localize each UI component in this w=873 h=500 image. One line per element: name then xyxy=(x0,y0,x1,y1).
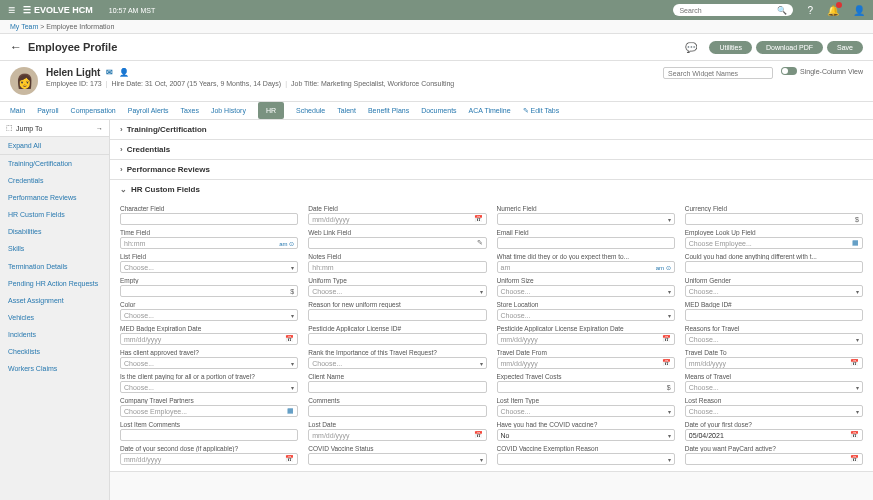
section-credentials[interactable]: ›Credentials xyxy=(110,140,873,159)
field-input[interactable]: ▾ xyxy=(497,453,675,465)
utilities-button[interactable]: Utilities xyxy=(709,41,752,54)
field-input[interactable]: Choose...▾ xyxy=(120,357,298,369)
field-input[interactable]: Choose...▾ xyxy=(120,309,298,321)
field-input[interactable]: ▾ xyxy=(497,213,675,225)
field-input[interactable]: mm/dd/yyyy📅 xyxy=(308,213,486,225)
tab-main[interactable]: Main xyxy=(10,102,25,119)
field-input[interactable] xyxy=(120,213,298,225)
field-input[interactable]: amam ⊙ xyxy=(497,261,675,273)
field-label: What time did they or do you expect them… xyxy=(497,253,675,260)
user-avatar-icon[interactable]: 👤 xyxy=(853,5,865,16)
section-training[interactable]: ›Training/Certification xyxy=(110,120,873,139)
field-label: Means of Travel xyxy=(685,373,863,380)
field-input[interactable]: Choose Employee...▦ xyxy=(685,237,863,249)
tab-schedule[interactable]: Schedule xyxy=(296,102,325,119)
field-input[interactable]: Choose...▾ xyxy=(308,357,486,369)
breadcrumb-team[interactable]: My Team xyxy=(10,23,38,30)
single-column-toggle[interactable]: Single-Column View xyxy=(781,67,863,75)
field-input[interactable] xyxy=(308,381,486,393)
field-input[interactable]: $ xyxy=(497,381,675,393)
field-input[interactable] xyxy=(120,429,298,441)
sidebar-link-workers-claims[interactable]: Workers Claims xyxy=(0,360,109,377)
field-input[interactable]: ✎ xyxy=(308,237,486,249)
field-travel-date-to: Travel Date Tomm/dd/yyyy📅 xyxy=(685,349,863,369)
field-input[interactable] xyxy=(308,333,486,345)
tab-aca-timeline[interactable]: ACA Timeline xyxy=(469,102,511,119)
edit-tabs[interactable]: ✎ Edit Tabs xyxy=(523,107,560,115)
field-input[interactable]: ▾ xyxy=(308,453,486,465)
field-input[interactable]: mm/dd/yyyy📅 xyxy=(497,357,675,369)
global-search[interactable]: 🔍 xyxy=(673,4,793,16)
download-pdf-button[interactable]: Download PDF xyxy=(756,41,823,54)
field-input[interactable]: hh:mm xyxy=(308,261,486,273)
sidebar-link-pending-hr-action-requests[interactable]: Pending HR Action Requests xyxy=(0,275,109,292)
sidebar-link-incidents[interactable]: Incidents xyxy=(0,326,109,343)
sidebar-link-training-certification[interactable]: Training/Certification xyxy=(0,155,109,172)
section-hr-custom[interactable]: ⌄HR Custom Fields xyxy=(110,180,873,199)
field-input[interactable] xyxy=(497,237,675,249)
field-input[interactable]: mm/dd/yyyy📅 xyxy=(120,453,298,465)
field-input[interactable] xyxy=(685,309,863,321)
toggle-switch[interactable] xyxy=(781,67,797,75)
tab-taxes[interactable]: Taxes xyxy=(181,102,199,119)
tab-benefit-plans[interactable]: Benefit Plans xyxy=(368,102,409,119)
sidebar-link-checklists[interactable]: Checklists xyxy=(0,343,109,360)
tab-hr[interactable]: HR xyxy=(258,102,284,119)
field-input[interactable]: Choose...▾ xyxy=(120,261,298,273)
sidebar-link-vehicles[interactable]: Vehicles xyxy=(0,309,109,326)
sidebar-link-asset-assignment[interactable]: Asset Assignment xyxy=(0,292,109,309)
field-input[interactable]: Choose...▾ xyxy=(497,285,675,297)
sidebar-link-performance-reviews[interactable]: Performance Reviews xyxy=(0,189,109,206)
widget-search-input[interactable] xyxy=(663,67,773,79)
tabs-bar: MainPayrollCompensationPayroll AlertsTax… xyxy=(0,102,873,120)
field-input[interactable]: Choose...▾ xyxy=(685,405,863,417)
field-input[interactable] xyxy=(308,309,486,321)
field-input[interactable]: Choose...▾ xyxy=(497,405,675,417)
field-input[interactable]: hh:mmam ⊙ xyxy=(120,237,298,249)
field-input[interactable]: No▾ xyxy=(497,429,675,441)
jump-to[interactable]: ⬚ Jump To → xyxy=(0,120,109,137)
back-arrow-icon[interactable]: ← xyxy=(10,40,22,54)
field-web-link-field: Web Link Field✎ xyxy=(308,229,486,249)
field-input[interactable]: 05/04/2021📅 xyxy=(685,429,863,441)
sidebar-link-disabilities[interactable]: Disabilities xyxy=(0,223,109,240)
tab-payroll[interactable]: Payroll xyxy=(37,102,58,119)
profile-icon[interactable]: 👤 xyxy=(119,68,129,77)
field-input[interactable]: Choose...▾ xyxy=(120,381,298,393)
field-input[interactable]: mm/dd/yyyy📅 xyxy=(497,333,675,345)
sidebar-link-credentials[interactable]: Credentials xyxy=(0,172,109,189)
field-input[interactable]: Choose...▾ xyxy=(685,381,863,393)
field-input[interactable]: Choose...▾ xyxy=(308,285,486,297)
section-performance[interactable]: ›Performance Reviews xyxy=(110,160,873,179)
tab-talent[interactable]: Talent xyxy=(337,102,356,119)
global-search-input[interactable] xyxy=(679,7,777,14)
sidebar-link-skills[interactable]: Skills xyxy=(0,240,109,257)
field-input[interactable]: Choose...▾ xyxy=(497,309,675,321)
field-input[interactable]: mm/dd/yyyy📅 xyxy=(685,357,863,369)
sidebar-link-hr-custom-fields[interactable]: HR Custom Fields xyxy=(0,206,109,223)
field-input[interactable]: $ xyxy=(685,213,863,225)
notification-icon[interactable]: 🔔 xyxy=(827,5,839,16)
field-input[interactable]: Choose Employee...▦ xyxy=(120,405,298,417)
field-input[interactable]: Choose...▾ xyxy=(685,333,863,345)
tab-job-history[interactable]: Job History xyxy=(211,102,246,119)
expand-all[interactable]: Expand All xyxy=(0,137,109,155)
field-uniform-size: Uniform SizeChoose...▾ xyxy=(497,277,675,297)
tab-payroll-alerts[interactable]: Payroll Alerts xyxy=(128,102,169,119)
field-label: COVID Vaccine Exemption Reason xyxy=(497,445,675,452)
hamburger-icon[interactable]: ≡ xyxy=(8,3,15,17)
help-icon[interactable]: ? xyxy=(807,5,813,16)
save-button[interactable]: Save xyxy=(827,41,863,54)
email-icon[interactable]: ✉ xyxy=(106,68,113,77)
tab-compensation[interactable]: Compensation xyxy=(71,102,116,119)
tab-documents[interactable]: Documents xyxy=(421,102,456,119)
field-input[interactable] xyxy=(308,405,486,417)
sidebar-link-termination-details[interactable]: Termination Details xyxy=(0,258,109,275)
field-input[interactable]: 📅 xyxy=(685,453,863,465)
field-input[interactable]: mm/dd/yyyy📅 xyxy=(120,333,298,345)
chat-icon[interactable]: 💬 xyxy=(685,42,697,53)
field-input[interactable]: Choose...▾ xyxy=(685,285,863,297)
field-input[interactable]: mm/dd/yyyy📅 xyxy=(308,429,486,441)
field-input[interactable]: $ xyxy=(120,285,298,297)
field-input[interactable] xyxy=(685,261,863,273)
